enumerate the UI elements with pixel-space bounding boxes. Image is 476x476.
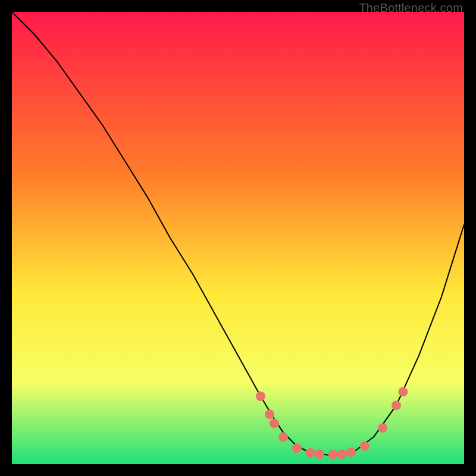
data-marker [392, 400, 401, 410]
gradient-background [12, 12, 464, 464]
data-marker [360, 441, 369, 451]
data-marker [346, 447, 356, 457]
data-marker [292, 443, 302, 453]
data-marker [270, 419, 279, 428]
data-marker [328, 450, 338, 459]
plot-area [12, 12, 464, 464]
data-marker [306, 448, 315, 458]
data-marker [315, 449, 324, 459]
data-marker [337, 449, 347, 459]
data-marker [256, 392, 265, 401]
data-marker [265, 409, 274, 419]
bottleneck-chart [12, 12, 464, 464]
data-marker [398, 387, 408, 396]
data-marker [378, 423, 387, 433]
data-marker [278, 432, 288, 441]
chart-frame: TheBottleneck.com [0, 0, 476, 476]
